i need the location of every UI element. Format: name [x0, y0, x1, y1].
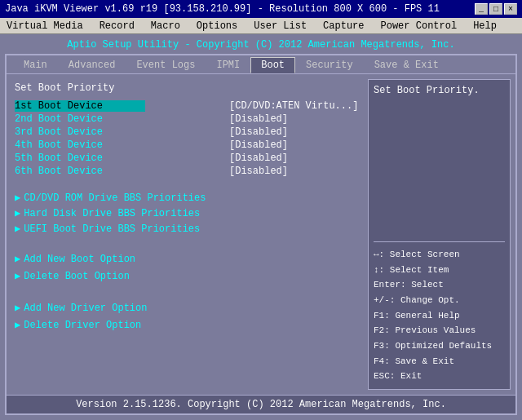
priority-label-1: CD/DVD ROM Drive BBS Priorities [24, 192, 206, 204]
arrow-icon-7: ▶ [15, 319, 20, 331]
option-label-3: Add New Driver Option [24, 303, 147, 314]
add-boot-option[interactable]: ▶ Add New Boot Option [15, 253, 360, 265]
menu-bar: Virtual Media Record Macro Options User … [0, 18, 522, 34]
key-help: ↔: Select Screen ↕: Select Item Enter: S… [374, 241, 505, 384]
arrow-icon-6: ▶ [15, 302, 20, 314]
option-label-1: Add New Boot Option [24, 254, 135, 265]
delete-driver-option[interactable]: ▶ Delete Driver Option [15, 319, 360, 331]
menu-options[interactable]: Options [193, 20, 241, 33]
bios-footer: Version 2.15.1236. Copyright (C) 2012 Am… [7, 395, 515, 413]
key-help-line-7: F3: Optimized Defaults [374, 338, 505, 354]
key-help-line-2: ↕: Select Item [374, 263, 505, 278]
menu-record[interactable]: Record [96, 20, 138, 33]
boot-device-label-2: 2nd Boot Device [15, 113, 145, 125]
key-help-line-3: Enter: Select [374, 277, 505, 293]
divider-1 [15, 179, 360, 188]
boot-device-label-3: 3rd Boot Device [15, 126, 145, 138]
boot-device-label-4: 4th Boot Device [15, 139, 145, 151]
boot-device-row-3[interactable]: 3rd Boot Device [Disabled] [15, 126, 360, 138]
menu-user-list[interactable]: User List [250, 20, 310, 33]
title-text: Java iKVM Viewer v1.69 r19 [93.158.210.9… [5, 3, 440, 15]
arrow-icon-1: ▶ [15, 192, 20, 204]
boot-device-row-5[interactable]: 5th Boot Device [Disabled] [15, 153, 360, 164]
boot-device-row-6[interactable]: 6th Boot Device [Disabled] [15, 166, 360, 177]
section-title: Set Boot Priority [15, 82, 360, 94]
priority-label-2: Hard Disk Drive BBS Priorities [24, 208, 200, 219]
maximize-button[interactable]: □ [489, 3, 502, 15]
key-help-line-9: ESC: Exit [374, 369, 505, 384]
key-help-line-1: ↔: Select Screen [374, 247, 505, 263]
arrow-icon-5: ▶ [15, 270, 20, 282]
key-help-line-6: F2: Previous Values [374, 323, 505, 338]
boot-device-label-1: 1st Boot Device [15, 100, 145, 112]
boot-device-label-6: 6th Boot Device [15, 166, 145, 177]
boot-device-value-5: [Disabled] [229, 153, 360, 164]
key-help-line-4: +/-: Change Opt. [374, 293, 505, 308]
delete-boot-option[interactable]: ▶ Delete Boot Option [15, 270, 360, 282]
boot-device-value-3: [Disabled] [229, 126, 360, 138]
bios-container: Aptio Setup Utility - Copyright (C) 2012… [0, 34, 522, 420]
priority-label-3: UEFI Boot Drive BBS Priorities [24, 223, 200, 235]
window-controls: _ □ × [475, 3, 517, 15]
menu-power-control[interactable]: Power Control [378, 20, 461, 33]
menu-virtual-media[interactable]: Virtual Media [3, 20, 86, 33]
tab-security[interactable]: Security [295, 57, 364, 73]
divider-3 [15, 287, 360, 297]
boot-device-value-2: [Disabled] [229, 113, 360, 125]
bios-tabs: Main Advanced Event Logs IPMI Boot Secur… [7, 55, 515, 74]
tab-save-exit[interactable]: Save & Exit [364, 57, 449, 73]
boot-device-row-4[interactable]: 4th Boot Device [Disabled] [15, 139, 360, 151]
bios-inner: Main Advanced Event Logs IPMI Boot Secur… [5, 54, 517, 415]
boot-device-row-1[interactable]: 1st Boot Device [CD/DVD:ATEN Virtu...] [15, 100, 360, 112]
tab-ipmi[interactable]: IPMI [206, 57, 250, 73]
add-driver-option[interactable]: ▶ Add New Driver Option [15, 302, 360, 314]
arrow-icon-4: ▶ [15, 253, 20, 265]
divider-2 [15, 238, 360, 248]
tab-advanced[interactable]: Advanced [58, 57, 126, 73]
priority-uefi[interactable]: ▶ UEFI Boot Drive BBS Priorities [15, 223, 360, 235]
option-label-2: Delete Boot Option [24, 271, 130, 282]
minimize-button[interactable]: _ [475, 3, 488, 15]
priority-cdvd[interactable]: ▶ CD/DVD ROM Drive BBS Priorities [15, 192, 360, 204]
boot-device-value-1: [CD/DVD:ATEN Virtu...] [229, 100, 360, 112]
title-bar: Java iKVM Viewer v1.69 r19 [93.158.210.9… [0, 0, 522, 18]
menu-capture[interactable]: Capture [320, 20, 367, 33]
key-help-line-8: F4: Save & Exit [374, 354, 505, 369]
key-help-line-5: F1: General Help [374, 308, 505, 324]
bios-title: Aptio Setup Utility - Copyright (C) 2012… [0, 34, 522, 54]
right-panel: Set Boot Priority. ↔: Select Screen ↕: S… [368, 79, 511, 390]
left-panel: Set Boot Priority 1st Boot Device [CD/DV… [11, 79, 363, 390]
boot-device-label-5: 5th Boot Device [15, 153, 145, 164]
boot-device-row-2[interactable]: 2nd Boot Device [Disabled] [15, 113, 360, 125]
priority-hdd[interactable]: ▶ Hard Disk Drive BBS Priorities [15, 207, 360, 219]
bios-content: Set Boot Priority 1st Boot Device [CD/DV… [7, 74, 515, 395]
arrow-icon-2: ▶ [15, 207, 20, 219]
boot-device-value-4: [Disabled] [229, 139, 360, 151]
tab-main[interactable]: Main [13, 57, 58, 73]
close-button[interactable]: × [504, 3, 517, 15]
arrow-icon-3: ▶ [15, 223, 20, 235]
option-label-4: Delete Driver Option [24, 320, 141, 331]
help-text: Set Boot Priority. [374, 85, 505, 235]
tab-event-logs[interactable]: Event Logs [126, 57, 206, 73]
menu-macro[interactable]: Macro [148, 20, 184, 33]
menu-help[interactable]: Help [470, 20, 500, 33]
tab-boot[interactable]: Boot [250, 57, 295, 73]
boot-device-value-6: [Disabled] [229, 166, 360, 177]
